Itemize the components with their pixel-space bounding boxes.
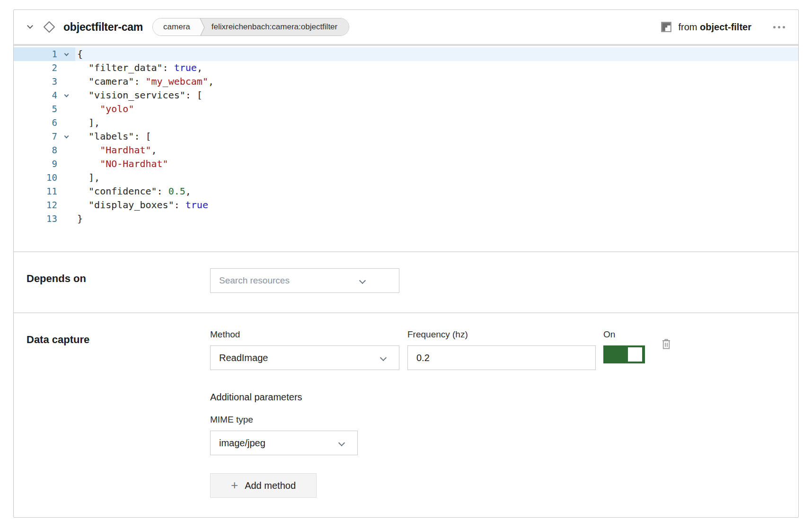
fold-gutter <box>57 102 75 116</box>
resource-card: objectfilter-cam camera felixreichenbach… <box>13 9 799 518</box>
data-capture-fields: Method ReadImage Frequency (hz) On <box>210 329 786 498</box>
code-text: } <box>75 212 83 226</box>
more-options-button[interactable] <box>772 23 786 31</box>
code-text: "display_boxes": true <box>75 198 208 212</box>
resource-title: objectfilter-cam <box>63 21 143 34</box>
method-group: Method ReadImage <box>210 329 399 370</box>
depends-on-section: Depends on Search resources <box>14 252 798 312</box>
on-label: On <box>603 329 645 341</box>
code-text: "filter_data": true, <box>75 61 203 75</box>
code-line[interactable]: 9 "NO-Hardhat" <box>14 157 798 171</box>
line-number: 11 <box>14 185 57 198</box>
resource-type-tag: camera <box>153 18 200 35</box>
method-value: ReadImage <box>219 353 268 363</box>
depends-search-placeholder: Search resources <box>219 275 290 286</box>
capture-method-row: Method ReadImage Frequency (hz) On <box>210 329 786 370</box>
code-line[interactable]: 1{ <box>14 47 798 61</box>
code-text: ], <box>75 171 100 185</box>
delete-method-trash-icon[interactable] <box>660 338 672 350</box>
component-diamond-icon <box>43 20 56 34</box>
code-text: "labels": [ <box>75 130 151 143</box>
mime-type-value: image/jpeg <box>219 438 265 449</box>
line-number: 10 <box>14 171 57 185</box>
module-name: object-filter <box>700 22 751 32</box>
add-method-label: Add method <box>245 480 296 491</box>
code-line[interactable]: 2 "filter_data": true, <box>14 61 798 75</box>
line-number: 5 <box>14 102 57 116</box>
line-number: 1 <box>14 47 57 61</box>
method-select[interactable]: ReadImage <box>210 345 399 370</box>
code-line[interactable]: 8 "Hardhat", <box>14 143 798 157</box>
method-label: Method <box>210 329 399 341</box>
fold-gutter <box>57 116 75 130</box>
plus-icon: + <box>231 480 238 490</box>
code-text: "NO-Hardhat" <box>75 157 168 171</box>
page: objectfilter-cam camera felixreichenbach… <box>0 0 812 530</box>
frequency-input[interactable] <box>407 345 596 370</box>
fold-gutter <box>57 171 75 185</box>
toggle-knob <box>628 347 642 362</box>
fold-gutter <box>57 185 75 198</box>
line-number: 12 <box>14 198 57 212</box>
pill-divider-chevron <box>200 18 207 36</box>
code-text: { <box>75 47 83 61</box>
frequency-label: Frequency (hz) <box>407 329 596 341</box>
fold-gutter <box>57 212 75 226</box>
from-label: from <box>679 22 697 32</box>
fold-chevron-icon[interactable] <box>57 130 75 143</box>
code-line[interactable]: 12 "display_boxes": true <box>14 198 798 212</box>
data-capture-section: Data capture Method ReadImage Frequency … <box>14 313 798 517</box>
chevron-down-icon <box>338 440 345 446</box>
resource-type-pill: camera felixreichenbach:camera:objectfil… <box>152 18 349 36</box>
capture-on-toggle[interactable] <box>603 345 645 363</box>
line-number: 13 <box>14 212 57 226</box>
mime-type-label: MIME type <box>210 415 786 426</box>
code-line[interactable]: 11 "confidence": 0.5, <box>14 185 798 198</box>
code-line[interactable]: 6 ], <box>14 116 798 130</box>
line-number: 9 <box>14 157 57 171</box>
on-toggle-group: On <box>603 329 645 363</box>
line-number: 2 <box>14 61 57 75</box>
line-number: 7 <box>14 130 57 143</box>
code-text: "confidence": 0.5, <box>75 185 191 198</box>
card-header: objectfilter-cam camera felixreichenbach… <box>14 10 798 46</box>
fold-gutter <box>57 157 75 171</box>
module-source: from object-filter <box>661 21 751 33</box>
code-line[interactable]: 7 "labels": [ <box>14 130 798 143</box>
code-line[interactable]: 5 "yolo" <box>14 102 798 116</box>
code-text: "yolo" <box>75 102 134 116</box>
code-line[interactable]: 4 "vision_services": [ <box>14 88 798 102</box>
line-number: 4 <box>14 88 57 102</box>
fold-chevron-icon[interactable] <box>57 88 75 102</box>
resource-model-tag: felixreichenbach:camera:objectfilter <box>207 18 349 35</box>
depends-on-label: Depends on <box>26 273 210 285</box>
fold-chevron-icon[interactable] <box>57 47 75 61</box>
chevron-down-icon <box>380 354 387 361</box>
line-number: 8 <box>14 143 57 157</box>
code-text: ], <box>75 116 100 130</box>
module-icon <box>661 21 672 33</box>
chevron-down-icon <box>359 277 366 284</box>
code-text: "Hardhat", <box>75 143 157 157</box>
line-number: 3 <box>14 75 57 88</box>
depends-search-select[interactable]: Search resources <box>210 268 399 293</box>
code-text: "camera": "my_webcam", <box>75 75 214 88</box>
code-text: "vision_services": [ <box>75 88 203 102</box>
code-editor[interactable]: 1{2 "filter_data": true,3 "camera": "my_… <box>14 46 798 251</box>
collapse-chevron-icon[interactable] <box>27 23 33 29</box>
fold-gutter <box>57 75 75 88</box>
mime-type-select[interactable]: image/jpeg <box>210 431 358 455</box>
module-source-text: from object-filter <box>679 22 751 33</box>
code-line[interactable]: 13} <box>14 212 798 226</box>
data-capture-label: Data capture <box>26 334 210 346</box>
line-number: 6 <box>14 116 57 130</box>
code-line[interactable]: 10 ], <box>14 171 798 185</box>
code-line[interactable]: 3 "camera": "my_webcam", <box>14 75 798 88</box>
additional-parameters-label: Additional parameters <box>210 392 786 403</box>
frequency-group: Frequency (hz) <box>407 329 596 370</box>
fold-gutter <box>57 61 75 75</box>
fold-gutter <box>57 198 75 212</box>
fold-gutter <box>57 143 75 157</box>
add-method-button[interactable]: + Add method <box>210 473 317 498</box>
